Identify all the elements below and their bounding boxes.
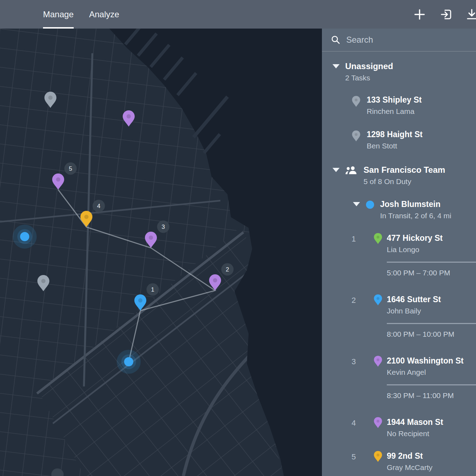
task-recipient: Rinchen Lama [367, 107, 422, 116]
driver-status-dot [366, 201, 374, 209]
tab-analyze[interactable]: Analyze [89, 0, 119, 29]
section-subtitle: 2 Tasks [345, 74, 393, 82]
task-recipient: John Baily [387, 307, 475, 315]
svg-text:1: 1 [151, 286, 154, 293]
task-recipient: No Recipient [387, 429, 475, 438]
task-sidebar: Unassigned 2 Tasks 133 Shipley StRinchen… [322, 29, 476, 476]
download-icon[interactable] [465, 8, 476, 21]
task-recipient: Gray McCarty [387, 463, 475, 472]
task-address: 99 2nd St [387, 451, 475, 461]
task-pin-icon [374, 451, 382, 463]
tab-manage[interactable]: Manage [43, 0, 74, 29]
task-pin-icon [352, 96, 360, 121]
section-subtitle: 5 of 8 On Duty [364, 177, 445, 186]
driver-name: Josh Blumstein [380, 200, 451, 209]
chevron-down-icon[interactable] [332, 168, 340, 172]
stop-number-badge: 1 [147, 283, 159, 296]
team-icon [345, 166, 358, 190]
stop-number-badge: 5 [65, 163, 77, 175]
team-section-header[interactable]: San Francisco Team 5 of 8 On Duty [322, 155, 476, 190]
svg-text:4: 4 [97, 203, 100, 209]
import-icon[interactable] [440, 8, 453, 21]
task-order-number: 3 [348, 357, 359, 366]
task-address: 2100 Washington St [387, 356, 475, 366]
map-canvas: 5 4 3 2 1 [0, 29, 322, 476]
task-order-number: 4 [348, 419, 359, 428]
task-pin-icon [374, 417, 382, 429]
stop-number-badge: 2 [221, 263, 234, 276]
task-order-number: 1 [348, 234, 359, 244]
task-address: 1298 Haight St [367, 130, 423, 139]
stop-number-badge: 4 [93, 200, 105, 212]
task-time-window: 5:00 PM – 7:00 PM [387, 262, 476, 285]
unassigned-section-header[interactable]: Unassigned 2 Tasks [322, 51, 476, 86]
task-order-number: 2 [348, 296, 359, 305]
task-recipient: Kevin Angel [387, 368, 475, 377]
stop-number-badge: 3 [157, 221, 170, 233]
chevron-down-icon[interactable] [353, 202, 360, 206]
section-title: San Francisco Team [364, 165, 445, 175]
section-title: Unassigned [345, 61, 393, 71]
driver-location-dot[interactable] [117, 350, 141, 374]
task-order-number: 5 [348, 452, 359, 462]
driver-row[interactable]: Josh Blumstein In Transit, 2 of 6, 4 mi [322, 190, 476, 224]
unassigned-task-list: 133 Shipley StRinchen Lama 1298 Haight S… [322, 86, 476, 155]
search-icon [331, 35, 340, 44]
driver-task-row[interactable]: 3 2100 Washington StKevin Angel [322, 346, 476, 380]
map[interactable]: 5 4 3 2 1 [0, 29, 322, 476]
driver-task-row[interactable]: 1 477 Hickory StLia Longo [322, 224, 476, 257]
unassigned-task-row[interactable]: 133 Shipley StRinchen Lama [322, 86, 476, 121]
task-recipient: Ben Stott [367, 142, 423, 150]
unassigned-task-row[interactable]: 1298 Haight StBen Stott [322, 121, 476, 155]
driver-location-dot[interactable] [13, 225, 37, 249]
add-task-icon[interactable] [413, 8, 426, 21]
task-time-window: 8:30 PM – 11:00 PM [387, 384, 476, 408]
top-bar: Manage Analyze [0, 0, 476, 29]
svg-text:5: 5 [69, 165, 72, 172]
driver-task-row[interactable]: 5 99 2nd StGray McCarty [322, 441, 476, 475]
task-time-window: 8:00 PM – 10:00 PM [387, 323, 476, 346]
task-pin-icon [374, 356, 382, 368]
search-bar[interactable] [322, 29, 476, 51]
driver-status: In Transit, 2 of 6, 4 mi [380, 212, 451, 220]
driver-task-row[interactable]: 4 1944 Mason StNo Recipient [322, 408, 476, 441]
search-input[interactable] [346, 35, 452, 45]
driver-task-list: 1 477 Hickory StLia Longo5:00 PM – 7:00 … [322, 224, 476, 476]
task-pin-icon [374, 294, 382, 307]
svg-text:2: 2 [226, 266, 229, 273]
nav-tabs: Manage Analyze [43, 0, 476, 29]
task-address: 1944 Mason St [387, 417, 475, 427]
driver-task-row[interactable]: 2 1646 Sutter StJohn Baily [322, 285, 476, 319]
task-address: 477 Hickory St [387, 233, 475, 243]
task-pin-icon [352, 130, 360, 155]
task-pin-icon [374, 233, 382, 245]
task-recipient: Lia Longo [387, 245, 475, 254]
task-address: 1646 Sutter St [387, 295, 475, 304]
task-address: 133 Shipley St [367, 95, 422, 105]
svg-text:3: 3 [161, 224, 165, 230]
chevron-down-icon[interactable] [332, 64, 340, 68]
